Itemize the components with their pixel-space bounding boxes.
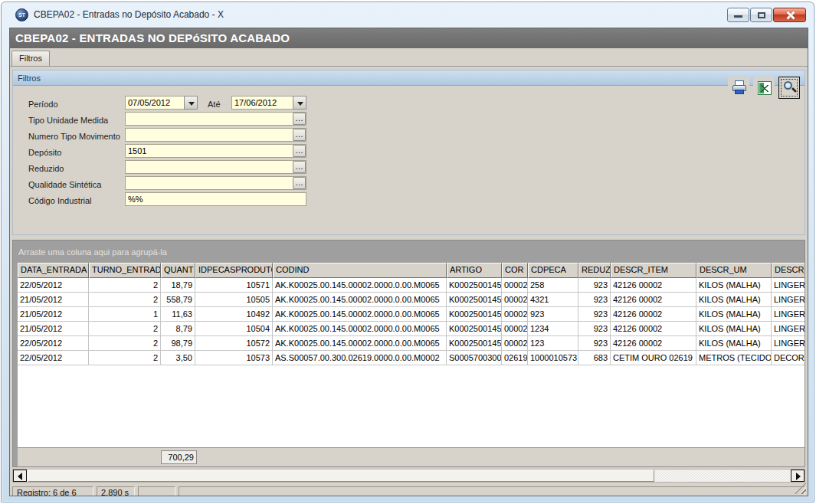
scrollbar-thumb[interactable] <box>28 470 654 482</box>
grid-cell[interactable]: AS.S00057.00.300.02619.0000.0.00.M0002 <box>273 351 447 365</box>
group-by-drop-zone[interactable]: Arraste uma coluna aqui para agrupá-la <box>13 241 805 261</box>
grid-column-header[interactable]: DATA_ENTRADA <box>18 263 89 278</box>
grid-cell[interactable]: 02619 <box>502 351 528 365</box>
grid-cell[interactable]: 42126 00002 <box>611 336 696 351</box>
tab-filtros[interactable]: Filtros <box>11 51 50 66</box>
grid-cell[interactable]: AK.K00025.00.145.00002.0000.0.00.M0065 <box>273 307 447 322</box>
grid-cell[interactable]: LINGERI <box>772 336 805 351</box>
grid-column-header[interactable]: CODIND <box>273 263 447 278</box>
grid-cell[interactable]: 3,50 <box>161 351 195 365</box>
grid-cell[interactable]: 42126 00002 <box>611 278 696 293</box>
grid-cell[interactable]: 923 <box>578 322 611 336</box>
grid-cell[interactable]: AK.K00025.00.145.00002.0000.0.00.M0065 <box>273 293 447 307</box>
grid-empty-area[interactable] <box>18 365 805 447</box>
grid-cell[interactable]: 2 <box>89 322 161 336</box>
grid-cell[interactable]: 10492 <box>195 307 273 322</box>
grid-cell[interactable]: LINGERI <box>772 293 805 307</box>
grid-cell[interactable]: 22/05/2012 <box>18 336 89 351</box>
grid-cell[interactable]: 00002 <box>502 293 528 307</box>
grid-cell[interactable]: KILOS (MALHA) <box>696 278 772 293</box>
grid-cell[interactable]: 558,79 <box>161 293 195 307</box>
grid-cell[interactable]: 10505 <box>195 293 273 307</box>
grid-cell[interactable]: AK.K00025.00.145.00002.0000.0.00.M0065 <box>273 278 447 293</box>
grid-cell[interactable]: 00002 <box>502 336 528 351</box>
codigo-industrial-input[interactable] <box>125 192 306 206</box>
deposito-lookup-button[interactable]: … <box>293 145 306 157</box>
grid-cell[interactable]: 22/05/2012 <box>18 278 89 293</box>
grid-cell[interactable]: 11,63 <box>161 307 195 322</box>
grid-cell[interactable]: K0002500145 <box>447 307 502 322</box>
search-button[interactable] <box>778 77 800 99</box>
grid-cell[interactable]: 1 <box>89 307 161 322</box>
grid-column-header[interactable]: DESCR_ <box>772 263 805 278</box>
numero-tipo-movimento-input[interactable] <box>125 128 306 142</box>
chevron-down-icon[interactable] <box>293 96 306 110</box>
grid-cell[interactable]: METROS (TECIDO) <box>696 351 772 365</box>
grid-cell[interactable]: 10573 <box>195 351 273 365</box>
grid-cell[interactable]: 683 <box>578 351 611 365</box>
grid-column-header[interactable]: REDUZ <box>578 263 611 278</box>
grid-cell[interactable]: DECORA <box>772 351 805 365</box>
grid-cell[interactable]: 21/05/2012 <box>18 307 89 322</box>
grid-column-header[interactable]: DESCR_ITEM <box>611 263 696 278</box>
grid-cell[interactable]: 2 <box>89 351 161 365</box>
scroll-right-button[interactable] <box>791 470 805 482</box>
grid-cell[interactable]: LINGERI <box>772 307 805 322</box>
grid-cell[interactable]: 123 <box>528 336 578 351</box>
grid-cell[interactable]: K0002500145 <box>447 322 502 336</box>
table-row[interactable]: 22/05/201223,5010573AS.S00057.00.300.026… <box>18 351 805 365</box>
grid-column-header[interactable]: TURNO_ENTRADA <box>89 263 161 278</box>
qualidade-sintetica-input[interactable] <box>125 176 306 190</box>
grid-column-header[interactable]: CDPECA <box>528 263 578 278</box>
table-row[interactable]: 21/05/20122558,7910505AK.K00025.00.145.0… <box>18 293 805 307</box>
reduzido-input[interactable] <box>125 160 306 174</box>
grid-cell[interactable]: 22/05/2012 <box>18 351 89 365</box>
grid-column-header[interactable]: QUANT <box>161 263 195 278</box>
grid-cell[interactable]: 923 <box>528 307 578 322</box>
table-row[interactable]: 22/05/2012298,7910572AK.K00025.00.145.00… <box>18 336 805 351</box>
grid-cell[interactable]: 21/05/2012 <box>18 293 89 307</box>
grid-cell[interactable]: 10572 <box>195 336 273 351</box>
grid-cell[interactable]: AK.K00025.00.145.00002.0000.0.00.M0065 <box>273 322 447 336</box>
grid-column-header[interactable]: ARTIGO <box>447 263 502 278</box>
grid-cell[interactable]: 42126 00002 <box>611 307 696 322</box>
grid-cell[interactable]: 42126 00002 <box>611 322 696 336</box>
grid-cell[interactable]: LINGERI <box>772 322 805 336</box>
grid-column-header[interactable]: COR <box>502 263 528 278</box>
grid-cell[interactable]: 10571 <box>195 278 273 293</box>
numero-tipo-movimento-lookup-button[interactable]: … <box>293 129 306 141</box>
qualidade-sintetica-lookup-button[interactable]: … <box>293 177 306 189</box>
minimize-button[interactable] <box>727 8 749 22</box>
grid-cell[interactable]: 2 <box>89 278 161 293</box>
grid-cell[interactable]: KILOS (MALHA) <box>696 336 772 351</box>
grid-column-header[interactable]: IDPECASPRODUTO <box>195 263 273 278</box>
reduzido-lookup-button[interactable]: … <box>293 161 306 173</box>
grid-cell[interactable]: 00002 <box>502 278 528 293</box>
grid-cell[interactable]: 21/05/2012 <box>18 322 89 336</box>
grid-cell[interactable]: 1234 <box>528 322 578 336</box>
grid-cell[interactable]: 923 <box>578 278 611 293</box>
horizontal-scrollbar[interactable] <box>12 469 805 483</box>
print-button[interactable] <box>728 77 749 99</box>
grid-cell[interactable]: 258 <box>528 278 578 293</box>
title-bar[interactable]: ST CBEPA02 - Entradas no Depósito Acabad… <box>2 2 814 28</box>
grid-cell[interactable]: KILOS (MALHA) <box>696 322 772 336</box>
grid-cell[interactable]: KILOS (MALHA) <box>696 293 772 307</box>
grid-cell[interactable]: 4321 <box>528 293 578 307</box>
tipo-unidade-medida-lookup-button[interactable]: … <box>293 113 306 125</box>
grid-cell[interactable]: K0002500145 <box>447 336 502 351</box>
grid-cell[interactable]: CETIM OURO 02619 <box>611 351 696 365</box>
grid-cell[interactable]: 98,79 <box>161 336 195 351</box>
grid-column-header[interactable]: DESCR_UM <box>696 263 772 278</box>
grid-cell[interactable]: AK.K00025.00.145.00002.0000.0.00.M0065 <box>273 336 447 351</box>
grid-cell[interactable]: 2 <box>89 336 161 351</box>
grid-cell[interactable]: K0002500145 <box>447 293 502 307</box>
tipo-unidade-medida-input[interactable] <box>125 112 306 126</box>
grid-cell[interactable]: 2 <box>89 293 161 307</box>
grid-cell[interactable]: KILOS (MALHA) <box>696 307 772 322</box>
grid-cell[interactable]: 42126 00002 <box>611 293 696 307</box>
grid-cell[interactable]: LINGERI <box>772 278 805 293</box>
maximize-button[interactable] <box>750 8 772 22</box>
grid-cell[interactable]: 10504 <box>195 322 273 336</box>
grid-cell[interactable]: 923 <box>578 336 611 351</box>
